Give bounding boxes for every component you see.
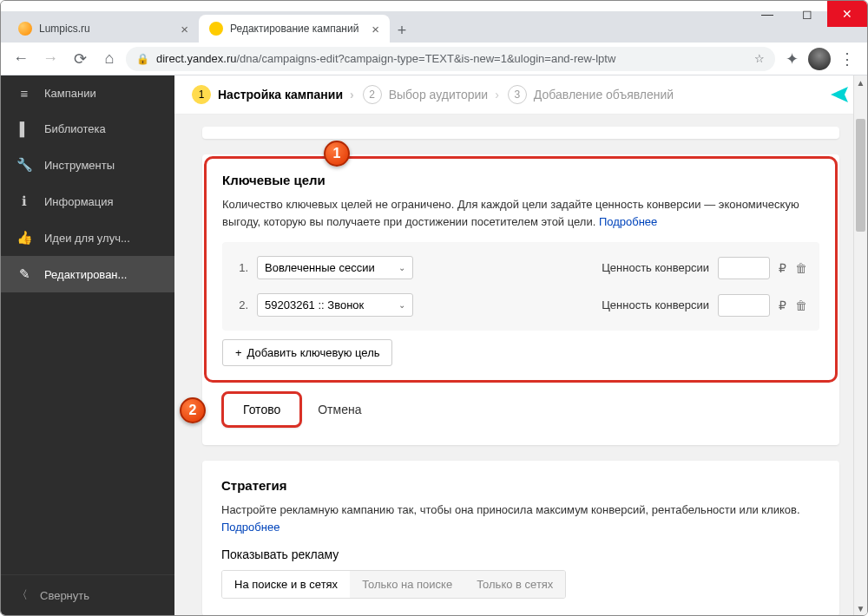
chevron-right-icon: › — [350, 88, 354, 102]
show-ads-segment: На поиске и в сетях Только на поиске Тол… — [221, 570, 566, 599]
segment-option[interactable]: На поиске и в сетях — [222, 571, 350, 598]
step-1[interactable]: 1Настройка кампании› — [192, 85, 354, 104]
conversion-value-input[interactable] — [718, 257, 770, 279]
sidebar-item-tools[interactable]: 🔧Инструменты — [1, 147, 174, 183]
more-link[interactable]: Подробнее — [599, 215, 657, 228]
goals-list: 1. Вовлеченные сессии⌄ Ценность конверси… — [222, 242, 819, 331]
card-description: Количество ключевых целей не ограничено.… — [222, 196, 819, 230]
pencil-icon: ✎ — [16, 266, 32, 282]
sidebar-item-campaigns[interactable]: ≡Кампании — [1, 75, 174, 111]
ruble-icon: ₽ — [779, 298, 786, 312]
sidebar: ≡Кампании ▌Библиотека 🔧Инструменты ℹИнфо… — [1, 75, 174, 615]
strategy-card: Стратегия Настройте рекламную кампанию т… — [202, 461, 839, 615]
window-close-button[interactable]: ✕ — [827, 1, 867, 27]
step-label: Выбор аудитории — [389, 88, 489, 102]
new-tab-button[interactable]: + — [390, 18, 414, 43]
scroll-up-icon[interactable]: ▲ — [854, 75, 867, 89]
lock-icon: 🔒 — [136, 53, 149, 65]
sidebar-label: Редактирован... — [44, 268, 127, 281]
url-bar: ← → ⟳ ⌂ 🔒 direct.yandex.ru/dna/campaigns… — [1, 43, 867, 75]
nav-back-button[interactable]: ← — [8, 46, 34, 72]
tab-title: Lumpics.ru — [39, 23, 174, 35]
step-label: Настройка кампании — [218, 88, 343, 102]
profile-avatar[interactable] — [808, 48, 831, 70]
nav-reload-button[interactable]: ⟳ — [67, 46, 93, 72]
step-number: 2 — [363, 85, 382, 104]
tab-close-icon[interactable]: × — [372, 22, 379, 36]
menu-icon: ≡ — [16, 86, 32, 101]
chevron-down-icon: ⌄ — [398, 263, 405, 272]
annotation-marker-2: 2 — [180, 397, 206, 423]
scroll-thumb[interactable] — [856, 119, 865, 232]
select-value: 59203261 :: Звонок — [265, 298, 364, 311]
info-icon: ℹ — [16, 193, 32, 209]
nav-forward-button[interactable]: → — [37, 46, 63, 72]
url-path: /dna/campaigns-edit?campaign-type=TEXT&i… — [237, 52, 616, 65]
favicon-icon — [18, 22, 32, 36]
sidebar-label: Идеи для улуч... — [44, 232, 130, 245]
url-domain: direct.yandex.ru — [156, 52, 237, 65]
sidebar-collapse-button[interactable]: 〈Свернуть — [1, 574, 174, 615]
card-description: Настройте рекламную кампанию так, чтобы … — [221, 501, 820, 535]
bookmark-icon[interactable]: ☆ — [754, 52, 765, 65]
sidebar-item-library[interactable]: ▌Библиотека — [1, 111, 174, 147]
goal-row: 1. Вовлеченные сессии⌄ Ценность конверси… — [226, 249, 816, 286]
step-number: 1 — [192, 85, 211, 104]
cancel-button[interactable]: Отмена — [318, 403, 361, 416]
library-icon: ▌ — [16, 121, 32, 136]
card-stub — [202, 127, 839, 139]
chevron-down-icon: ⌄ — [398, 300, 405, 310]
trash-icon[interactable]: 🗑 — [795, 261, 807, 275]
trash-icon[interactable]: 🗑 — [795, 298, 807, 312]
browser-tab[interactable]: Редактирование кампаний × — [199, 15, 390, 43]
wizard-steps: 1Настройка кампании› 2Выбор аудитории› 3… — [174, 75, 867, 115]
add-goal-button[interactable]: +Добавить ключевую цель — [222, 339, 392, 366]
sidebar-item-editing[interactable]: ✎Редактирован... — [1, 256, 174, 292]
extension-icon[interactable]: ✦ — [779, 46, 805, 72]
segment-option[interactable]: Только в сетях — [464, 571, 565, 598]
tab-strip: Lumpics.ru × Редактирование кампаний × + — [1, 11, 867, 43]
segment-option[interactable]: Только на поиске — [350, 571, 464, 598]
browser-menu-icon[interactable]: ⋮ — [834, 46, 860, 72]
sidebar-item-info[interactable]: ℹИнформация — [1, 183, 174, 220]
select-value: Вовлеченные сессии — [265, 261, 375, 274]
window-minimize-button[interactable]: — — [747, 1, 787, 27]
add-goal-label: Добавить ключевую цель — [247, 346, 380, 359]
sidebar-label: Кампании — [44, 87, 96, 100]
card-title: Стратегия — [221, 478, 820, 493]
chevron-right-icon: › — [495, 88, 499, 102]
scroll-down-icon[interactable]: ▼ — [854, 601, 867, 615]
sidebar-item-ideas[interactable]: 👍Идеи для улуч... — [1, 220, 174, 256]
row-number: 1. — [234, 261, 248, 274]
card-title: Ключевые цели — [222, 173, 819, 187]
conversion-value-label: Ценность конверсии — [602, 261, 709, 274]
done-button[interactable]: Готово — [221, 391, 302, 428]
more-link[interactable]: Подробнее — [221, 521, 279, 534]
goal-row: 2. 59203261 :: Звонок⌄ Ценность конверси… — [226, 286, 816, 324]
row-number: 2. — [234, 298, 248, 311]
thumb-icon: 👍 — [16, 230, 32, 246]
show-ads-label: Показывать рекламу — [221, 547, 820, 561]
send-icon[interactable] — [829, 84, 850, 105]
url-input[interactable]: 🔒 direct.yandex.ru/dna/campaigns-edit?ca… — [126, 47, 775, 71]
sidebar-label: Информация — [44, 195, 114, 208]
tab-close-icon[interactable]: × — [181, 22, 188, 36]
ruble-icon: ₽ — [779, 261, 786, 275]
browser-tab[interactable]: Lumpics.ru × — [8, 15, 199, 43]
sidebar-label: Библиотека — [44, 122, 106, 135]
nav-home-button[interactable]: ⌂ — [96, 46, 122, 72]
step-2[interactable]: 2Выбор аудитории› — [363, 85, 499, 104]
window-maximize-button[interactable]: ◻ — [787, 1, 827, 27]
goal-select[interactable]: 59203261 :: Звонок⌄ — [257, 293, 413, 317]
goal-select[interactable]: Вовлеченные сессии⌄ — [257, 256, 413, 279]
step-3[interactable]: 3Добавление объявлений — [508, 85, 674, 104]
vertical-scrollbar[interactable]: ▲ ▼ — [853, 75, 867, 615]
plus-icon: + — [235, 346, 242, 359]
conversion-value-label: Ценность конверсии — [602, 298, 709, 311]
titlebar — [1, 1, 867, 11]
collapse-label: Свернуть — [40, 589, 89, 602]
key-goals-card: 1 Ключевые цели Количество ключевых целе… — [202, 154, 839, 445]
favicon-icon — [209, 22, 223, 36]
wrench-icon: 🔧 — [16, 157, 32, 173]
conversion-value-input[interactable] — [718, 294, 770, 317]
